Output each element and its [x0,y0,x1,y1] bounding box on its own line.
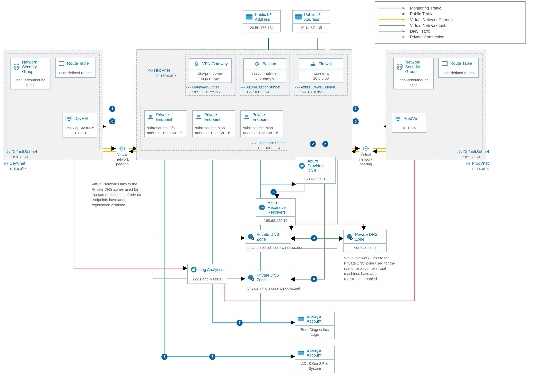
vm-icon [394,115,401,122]
svg-rect-37 [68,120,70,121]
legend-row: Virtual Network Peering [379,17,521,22]
vnet-peering-left: Virtual network peering [115,145,130,167]
svg-text:DNS: DNS [300,165,304,167]
svg-point-42 [467,163,469,164]
ip-icon [246,14,253,21]
svg-rect-52 [195,64,198,66]
svg-point-55 [186,87,187,88]
svg-point-49 [148,70,149,71]
svg-rect-67 [148,118,153,119]
public-ip-1: Public IP Address 20.50.175.181 [243,10,281,33]
vpn-gateway: VPN Gateway s2svpn-hub-ne-onprem-gw [189,58,232,83]
legend-row: Monitoring Traffic [379,6,521,10]
vnet-peering-right: Virtual network peering [358,145,373,167]
svg-point-59 [242,87,244,88]
badge: 2 [310,141,316,147]
badge: 5 [311,276,317,282]
note-left: Virtual Network Links to the Private DNS… [92,182,144,208]
svg-rect-48 [397,120,399,121]
diagram-canvas: Monitoring Traffic Public Traffic Virtua… [0,0,533,392]
legend-label: Monitoring Traffic [410,6,441,10]
svg-rect-45 [442,62,447,65]
nsg-dev: NSGNetwork Security Group Inbound/outbou… [10,58,51,89]
vnet-label: DevVnet10.0.0.0/16 [3,161,27,171]
dns-icon: DNS [259,204,266,211]
endpoint-icon [243,114,250,121]
svg-point-64 [252,143,253,144]
svg-rect-53 [310,64,315,66]
title: Public IP Address [304,12,327,22]
hubvnet-label: HubVnet192.168.0.0/16 [148,68,177,78]
svg-rect-72 [244,118,249,119]
public-ip-2: Public IP Address 20.14.67.135 [292,10,330,33]
shield-icon: NSG [13,63,20,70]
storage-adls: Storage Account ADLS Gen2 File System [295,346,335,373]
svg-rect-100 [298,350,304,352]
value: 20.14.67.135 [292,23,330,32]
legend-label: DNS Traffic [410,29,431,34]
pdz-contoso: ✱Private DNS Zone contoso.corp [343,230,387,252]
svg-point-75 [122,148,123,149]
svg-text:NSG: NSG [14,66,19,68]
svg-point-78 [365,148,367,149]
storage-boot: Storage Account Boot Diagnostics Logs [295,312,335,339]
svg-point-51 [151,70,153,71]
route-table-prod: Route Table user-defined routes [438,58,479,78]
nsg-prod: NSGNetwork Security Group Inbound/outbou… [393,58,434,89]
title: Public IP Address [255,12,278,22]
common-subnet-label: CommonSubnet192.168.1.0/24 [251,140,285,150]
gw-subnet-label: GatewaySubnet192.168.15.224/27 [186,85,221,94]
shield-icon: NSG [396,63,403,70]
svg-point-65 [254,143,255,144]
svg-point-77 [363,148,364,149]
legend-label: Public Traffic [410,12,433,16]
svg-rect-96 [194,268,195,271]
svg-text:✱: ✱ [252,238,254,240]
note-right: Virtual Network Links to the Private DNS… [344,256,397,282]
value: 20.50.175.181 [243,23,280,32]
azure-resolver: DNSAzure Recursive Resolvers 168.63.129.… [256,198,296,225]
lock-icon [193,60,200,67]
pe-blob: Private Endpoint subresource: blobaddres… [192,110,235,137]
svg-rect-34 [59,62,64,65]
legend-row: Private Connection [379,35,521,39]
svg-point-57 [190,87,191,88]
svg-point-27 [5,152,6,153]
badge: 4 [311,235,317,241]
dnszone-icon: ✱ [247,274,255,281]
pdz-dfs: ✱Private DNS Zone privatelink.dfs.core.w… [245,271,291,293]
svg-rect-68 [149,115,152,117]
svg-point-63 [298,87,300,88]
dev-vm: DevVM Q907-NE-test-vm10.0.0.4 [62,113,97,138]
badge: 7 [161,354,168,360]
pe-dfs: Private Endpoint subresource: dfsaddress… [144,110,187,137]
dnszone-icon: ✱ [247,233,255,240]
legend-row: Public Traffic [379,12,521,16]
badge: 6 [109,118,115,124]
svg-rect-24 [246,14,252,16]
svg-rect-47 [396,117,400,119]
route-icon [58,60,65,67]
endpoint-icon [195,114,202,121]
svg-point-32 [7,163,8,164]
legend-row: Virtual Network Link [379,23,521,28]
pe-blob2: Private Endpoint subresource: blobaddres… [241,110,283,137]
svg-text:✱: ✱ [252,278,254,281]
svg-point-50 [150,70,151,71]
dns-icon: DNS [298,162,306,169]
bastion: Bastion s2svpn-hub-ne-onprem-gw [243,58,286,83]
svg-text:DNS: DNS [260,207,264,209]
svg-point-61 [295,87,296,88]
svg-rect-36 [67,117,71,119]
storage-icon [297,315,305,322]
svg-point-60 [244,87,245,88]
route-table-dev: Route Table user-defined routes [55,58,95,78]
badge: 6 [353,118,359,124]
vm-icon [65,115,72,122]
bast-subnet-label: AzureBastionSubnet192.168.4.0/24 [241,85,280,94]
svg-point-40 [461,152,462,153]
svg-point-43 [469,163,470,164]
svg-rect-26 [295,14,302,16]
svg-point-29 [9,152,10,153]
svg-point-58 [241,87,242,88]
